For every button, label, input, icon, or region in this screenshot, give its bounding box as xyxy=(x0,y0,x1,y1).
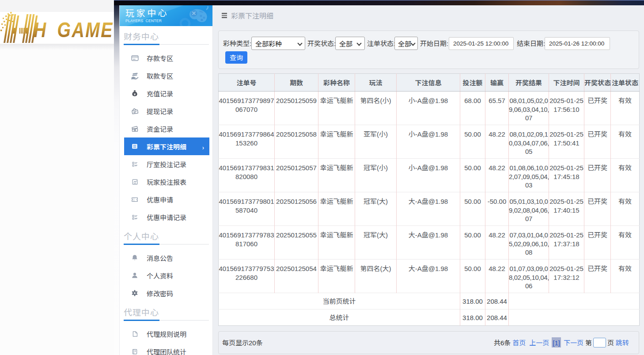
svg-text:GAME: GAME xyxy=(57,18,114,42)
svg-text:H: H xyxy=(34,18,46,42)
